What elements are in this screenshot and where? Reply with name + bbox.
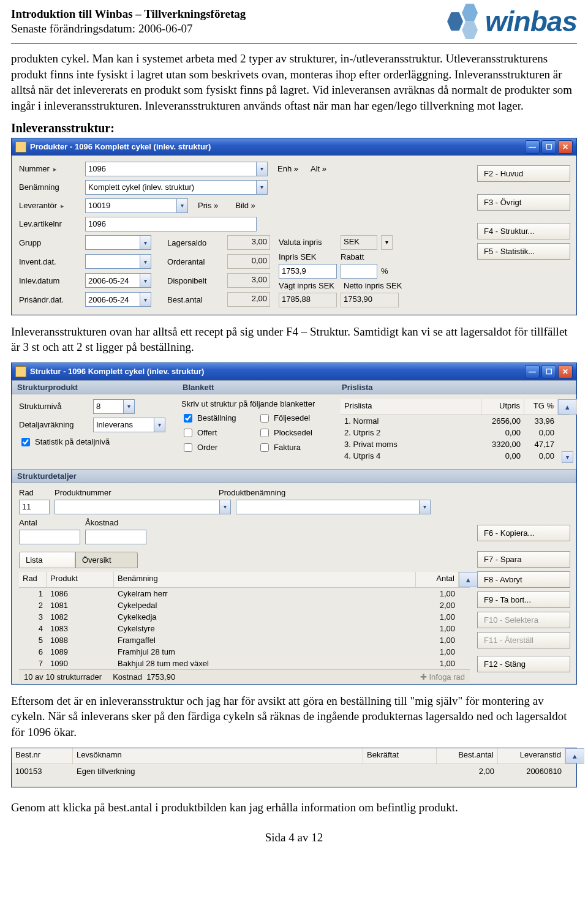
blankett-checkbox[interactable]: Order (181, 441, 258, 454)
col-produkt[interactable]: Produkt (47, 572, 114, 587)
titlebar[interactable]: Struktur - 1096 Komplett cykel (inlev. s… (12, 363, 576, 380)
paragraph-3: Eftersom det är en inleveransstruktur oc… (11, 693, 577, 740)
blankett-checkbox[interactable]: Offert (181, 427, 258, 439)
disponibelt-value: 3,00 (227, 273, 270, 288)
struktur-row[interactable]: 71090Bakhjul 28 tum med växel1,00 (19, 658, 470, 669)
chevron-down-icon[interactable]: ▾ (177, 198, 188, 213)
label-enh[interactable]: Enh » (277, 164, 298, 173)
inlevdat-input[interactable] (85, 273, 140, 288)
chevron-down-icon[interactable]: ▾ (140, 273, 151, 288)
struktur-row[interactable]: 41083Cykelstyre1,00 (19, 623, 470, 634)
chevron-down-icon[interactable]: ▾ (257, 180, 268, 195)
akostnad-input[interactable] (85, 530, 146, 544)
divider (11, 43, 577, 43)
prislista-row[interactable]: 2. Utpris 20,000,00 (341, 427, 569, 438)
antal-input[interactable] (19, 530, 80, 544)
label-alt[interactable]: Alt » (311, 164, 326, 173)
f11-aterstall-button[interactable]: F11 - Återställ (477, 632, 570, 648)
label-valuta: Valuta inpris (279, 238, 337, 247)
struktur-row[interactable]: 31082Cykelkedja1,00 (19, 611, 470, 623)
struktur-row[interactable]: 51088Framgaffel1,00 (19, 634, 470, 646)
f7-spara-button[interactable]: F7 - Spara (477, 551, 570, 568)
scroll-up-icon[interactable]: ▴ (565, 748, 584, 764)
paragraph-2: Inleveransstrukturen ovan har alltså ett… (11, 324, 577, 355)
close-button[interactable]: ✕ (558, 365, 573, 378)
status-kostnad-value: 1753,90 (146, 672, 175, 682)
f3-ovrigt-button[interactable]: F3 - Övrigt (477, 194, 570, 211)
col-bestantal[interactable]: Best.antal (437, 748, 498, 764)
scroll-up-icon[interactable]: ▴ (558, 399, 577, 415)
chevron-down-icon[interactable]: ▾ (381, 235, 393, 250)
minimize-button[interactable]: — (525, 365, 540, 378)
prisandrdat-input[interactable] (85, 292, 140, 307)
prislista-row[interactable]: 3. Privat moms3320,0047,17 (341, 438, 569, 450)
blankett-checkbox[interactable]: Beställning (181, 412, 258, 424)
infoga-rad-button[interactable]: Infoga rad (429, 672, 465, 682)
col-bekraftat[interactable]: Bekräftat (363, 748, 437, 764)
leverantor-input[interactable] (85, 198, 177, 213)
chevron-down-icon[interactable]: ▾ (124, 399, 135, 414)
chevron-down-icon[interactable]: ▾ (140, 292, 151, 307)
f10-selektera-button[interactable]: F10 - Selektera (477, 612, 570, 628)
chevron-down-icon[interactable]: ▾ (140, 235, 151, 250)
f5-statistik-button[interactable]: F5 - Statistik... (477, 243, 570, 260)
close-button[interactable]: ✕ (558, 140, 573, 154)
f8-avbryt-button[interactable]: F8 - Avbryt (477, 571, 570, 588)
struktur-row[interactable]: 61089Framhjul 28 tum1,00 (19, 646, 470, 658)
f12-stang-button[interactable]: F12 - Stäng (477, 656, 570, 672)
label-bestantal: Best.antal (167, 295, 222, 304)
maximize-button[interactable]: ☐ (541, 140, 556, 154)
chevron-down-icon[interactable]: ▾ (257, 162, 268, 176)
col-bestnr[interactable]: Best.nr (12, 748, 73, 764)
col-prislista[interactable]: Prislista (341, 399, 481, 415)
nummer-input[interactable] (85, 162, 257, 176)
f6-kopiera-button[interactable]: F6 - Kopiera... (477, 525, 570, 541)
inpris-input[interactable] (279, 264, 337, 279)
tab-lista[interactable]: Lista (19, 552, 75, 568)
rabatt-input[interactable] (341, 264, 377, 279)
maximize-button[interactable]: ☐ (541, 365, 556, 378)
benamning-input[interactable] (85, 180, 257, 195)
chevron-down-icon[interactable]: ▾ (420, 500, 431, 514)
prislista-row[interactable]: 1. Normal2656,0033,96 (341, 415, 569, 427)
col-levsoknamn[interactable]: Levsöknamn (73, 748, 363, 764)
chevron-down-icon[interactable]: ▾ (140, 254, 151, 269)
col-antal[interactable]: Antal (416, 572, 459, 587)
rad-input[interactable] (19, 500, 50, 514)
statistik-checkbox[interactable]: Statistik på detaljnivå (19, 436, 110, 448)
grupp-input[interactable] (85, 235, 140, 250)
scroll-up-icon[interactable]: ▴ (459, 572, 478, 587)
col-benamning[interactable]: Benämning (114, 572, 416, 587)
detaljavrakning-select[interactable] (93, 418, 154, 432)
chevron-down-icon[interactable]: ▾ (220, 500, 231, 514)
label-pris[interactable]: Pris » (198, 201, 218, 210)
struktur-row[interactable]: 21081Cykelpedal2,00 (19, 599, 470, 611)
minimize-button[interactable]: — (525, 140, 540, 154)
col-leveranstid[interactable]: Leveranstid (498, 748, 565, 764)
col-tg[interactable]: TG % (524, 399, 558, 415)
f2-huvud-button[interactable]: F2 - Huvud (477, 165, 570, 182)
blankett-checkbox[interactable]: Plocksedel (258, 427, 334, 439)
strukturniva-input[interactable] (93, 399, 124, 414)
vagt-value: 1785,88 (279, 293, 337, 307)
tab-oversikt[interactable]: Översikt (75, 552, 138, 568)
col-utpris[interactable]: Utpris (481, 399, 524, 415)
blankett-checkbox[interactable]: Följesedel (258, 412, 334, 424)
label-prisandrdat: Prisändr.dat. (19, 295, 80, 304)
prislista-row[interactable]: 4. Utpris 40,000,00▾ (341, 450, 569, 464)
produktbenamning-input[interactable] (236, 500, 420, 514)
levartikelnr-input[interactable] (85, 217, 257, 231)
label-bild[interactable]: Bild » (235, 201, 255, 210)
titlebar[interactable]: Produkter - 1096 Komplett cykel (inlev. … (12, 138, 576, 156)
struktur-row[interactable]: 11086Cykelram herr1,00 (19, 588, 470, 599)
produktnummer-input[interactable] (55, 500, 220, 514)
cell-bestnr: 100153 (12, 765, 73, 777)
chevron-down-icon[interactable]: ▾ (154, 418, 165, 432)
inventdat-input[interactable] (85, 254, 140, 269)
blankett-checkbox[interactable]: Faktura (258, 441, 334, 454)
col-rad[interactable]: Rad (19, 572, 47, 587)
f4-struktur-button[interactable]: F4 - Struktur... (477, 223, 570, 239)
paragraph-4: Genom att klicka på best.antal i produkt… (11, 800, 577, 816)
label-benamning: Benämning (19, 182, 80, 192)
f9-tabort-button[interactable]: F9 - Ta bort... (477, 592, 570, 608)
